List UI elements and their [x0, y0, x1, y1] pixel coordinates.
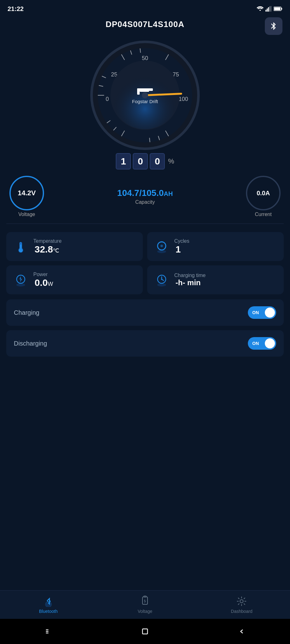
- current-value: 0.0A: [257, 190, 270, 197]
- svg-rect-1: [267, 8, 268, 12]
- nav-item-dashboard[interactable]: Dashboard: [226, 596, 257, 614]
- clock-icon: [153, 272, 170, 288]
- dashboard-nav-label: Dashboard: [231, 609, 253, 614]
- bluetooth-button[interactable]: [265, 17, 282, 35]
- svg-rect-2: [268, 7, 269, 12]
- discharging-toggle[interactable]: ON: [248, 337, 276, 350]
- cycles-icon: [153, 238, 170, 255]
- temp-card-value: 32.8℃: [35, 244, 62, 255]
- svg-rect-0: [265, 10, 266, 12]
- discharging-toggle-row[interactable]: Discharging ON: [6, 330, 284, 357]
- wifi-icon: [257, 6, 264, 12]
- app-header: DP04S007L4S100A: [0, 16, 290, 36]
- current-circle: 0.0A: [246, 176, 281, 210]
- svg-rect-31: [137, 88, 140, 95]
- temp-card-header: Temperature 32.8℃: [13, 238, 137, 255]
- status-bar: 21:22: [0, 0, 290, 16]
- charging-time-header: Charging time -h- min: [153, 272, 277, 288]
- gauge-svg: 0 25 50 75 100 Fogstar Drif: [88, 39, 202, 152]
- svg-point-49: [161, 279, 162, 280]
- home-button[interactable]: [136, 625, 154, 638]
- svg-point-42: [160, 245, 163, 247]
- recents-button[interactable]: [39, 625, 58, 638]
- power-card: Power 0.0W: [6, 265, 143, 294]
- svg-rect-4: [270, 6, 271, 12]
- voltage-label: Voltage: [18, 212, 35, 217]
- voltage-metric: 14.2V Voltage: [9, 176, 44, 217]
- gauge-wrapper: 0 25 50 75 100 Fogstar Drif: [88, 39, 202, 152]
- discharging-toggle-state: ON: [252, 341, 259, 346]
- cycles-card: Cycles 1: [147, 232, 284, 261]
- capacity-label: Capacity: [135, 199, 155, 205]
- charging-toggle[interactable]: ON: [248, 306, 276, 319]
- charging-toggle-thumb: [265, 308, 275, 318]
- nav-item-voltage[interactable]: Voltage: [129, 596, 161, 614]
- device-title: DP04S007L4S100A: [106, 19, 185, 29]
- voltage-value: 14.2V: [18, 189, 36, 197]
- cycles-card-title: Cycles: [174, 238, 189, 244]
- svg-point-43: [16, 283, 25, 286]
- temperature-card: Temperature 32.8℃: [6, 232, 143, 261]
- metrics-row: 14.2V Voltage 104.7/105.0AH Capacity 0.0…: [0, 169, 290, 220]
- discharging-label: Discharging: [14, 340, 47, 347]
- svg-point-45: [157, 283, 166, 286]
- current-label: Current: [255, 212, 271, 217]
- bottom-nav: Bluetooth Voltage Dashboard: [0, 590, 290, 619]
- charging-toggle-row[interactable]: Charging ON: [6, 299, 284, 326]
- system-nav: [0, 619, 290, 644]
- capacity-metric: 104.7/105.0AH Capacity: [117, 188, 173, 205]
- svg-point-50: [45, 601, 52, 607]
- svg-rect-7: [281, 8, 282, 10]
- svg-rect-6: [274, 8, 281, 10]
- charging-time-title: Charging time: [174, 273, 206, 278]
- cards-grid: Temperature 32.8℃: [0, 227, 290, 299]
- percentage-display: 1 0 0 %: [0, 153, 290, 169]
- power-icon: [13, 272, 29, 288]
- back-button[interactable]: [232, 625, 251, 638]
- svg-text:100: 100: [179, 96, 188, 102]
- voltage-circle: 14.2V: [9, 176, 44, 210]
- gauge-container: 0 25 50 75 100 Fogstar Drif: [0, 36, 290, 152]
- discharging-toggle-thumb: [265, 338, 275, 348]
- svg-rect-57: [142, 629, 148, 634]
- nav-item-bluetooth[interactable]: Bluetooth: [33, 596, 64, 614]
- pct-digit-2: 0: [133, 153, 148, 169]
- gear-nav-icon: [236, 596, 247, 607]
- charging-toggle-state: ON: [252, 310, 259, 315]
- svg-rect-32: [140, 90, 149, 92]
- svg-text:Fogstar Drift: Fogstar Drift: [132, 99, 158, 104]
- capacity-value: 104.7/105.0AH: [117, 188, 173, 198]
- svg-rect-39: [20, 244, 21, 250]
- svg-rect-3: [269, 6, 270, 12]
- charging-time-card: Charging time -h- min: [147, 265, 284, 294]
- voltage-nav-icon: [139, 596, 151, 607]
- current-metric: 0.0A Current: [246, 176, 281, 217]
- status-icons: [257, 6, 282, 12]
- status-time: 21:22: [8, 5, 24, 13]
- svg-point-35: [142, 92, 148, 98]
- pct-symbol: %: [168, 157, 174, 165]
- thermometer-icon: [13, 238, 29, 255]
- charging-time-value: -h- min: [176, 278, 206, 287]
- svg-point-53: [240, 600, 243, 603]
- divider-1: [6, 224, 284, 224]
- svg-text:50: 50: [142, 55, 148, 61]
- cycles-card-value: 1: [176, 244, 189, 255]
- power-card-title: Power: [33, 272, 53, 277]
- bluetooth-nav-label: Bluetooth: [39, 609, 58, 614]
- pct-digit-3: 0: [150, 153, 165, 169]
- cycles-card-header: Cycles 1: [153, 238, 277, 255]
- charging-label: Charging: [14, 309, 39, 316]
- power-card-header: Power 0.0W: [13, 272, 137, 288]
- svg-text:0: 0: [106, 96, 109, 102]
- pct-digit-1: 1: [116, 153, 131, 169]
- voltage-nav-label: Voltage: [138, 609, 153, 614]
- temp-card-title: Temperature: [33, 238, 62, 244]
- bluetooth-nav-icon: [43, 596, 54, 607]
- signal-icon: [265, 6, 272, 12]
- power-card-value: 0.0W: [35, 277, 53, 288]
- battery-icon: [274, 6, 282, 11]
- bluetooth-icon: [269, 22, 278, 31]
